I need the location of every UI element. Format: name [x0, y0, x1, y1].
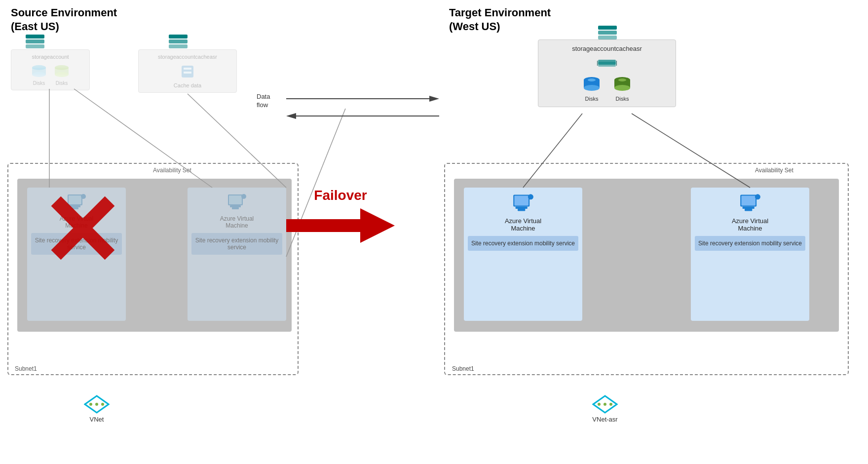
cache-data-label: Cache data	[174, 82, 201, 88]
svg-point-47	[604, 403, 606, 406]
target-storage-icon	[597, 56, 617, 71]
svg-point-34	[101, 403, 104, 406]
svg-point-20	[618, 78, 626, 81]
source-disks-row: Disks Disks	[30, 63, 71, 86]
source-vnet-icon	[84, 395, 110, 414]
target-vm1-icon	[512, 193, 534, 214]
source-storage1-icon	[25, 34, 45, 50]
source-storage-cache: storageaccountcacheasr Cache data	[138, 49, 237, 93]
svg-rect-8	[184, 72, 191, 74]
target-title-line2: (West US)	[449, 20, 551, 34]
svg-point-19	[614, 85, 630, 91]
svg-marker-52	[286, 113, 296, 119]
svg-point-48	[609, 403, 612, 406]
failover-arrow	[286, 208, 395, 243]
svg-rect-10	[598, 62, 616, 67]
source-title-line1: Source Environment	[11, 6, 117, 20]
svg-point-15	[584, 85, 600, 91]
target-title-line1: Target Environment	[449, 6, 551, 20]
source-storage2-icon	[168, 34, 189, 50]
target-disk1-label: Disks	[585, 96, 599, 102]
svg-rect-63	[26, 44, 44, 48]
target-vnet-icon	[592, 395, 618, 414]
svg-rect-66	[169, 39, 188, 43]
svg-rect-62	[26, 39, 44, 43]
svg-rect-70	[598, 36, 617, 39]
svg-point-39	[528, 194, 533, 199]
target-vm1-name: Azure VirtualMachine	[505, 217, 541, 232]
disk1-icon	[30, 63, 48, 80]
svg-point-44	[755, 194, 760, 199]
disk1-label: Disks	[33, 80, 45, 86]
target-storage-main-icon	[597, 25, 618, 41]
svg-rect-29	[232, 207, 239, 209]
svg-rect-65	[169, 35, 188, 39]
target-vm2: Azure VirtualMachine Site recovery exten…	[691, 188, 809, 321]
svg-rect-42	[743, 207, 755, 209]
source-availability-label: Availability Set	[153, 167, 191, 174]
source-storage1-icon-container	[25, 34, 45, 52]
svg-point-30	[241, 194, 246, 199]
target-vm2-name: Azure VirtualMachine	[732, 217, 768, 232]
cache-icon	[179, 63, 196, 80]
source-vm2-mobility: Site recovery extension mobility service	[191, 233, 282, 255]
source-vm2-icon	[227, 193, 247, 212]
svg-rect-28	[230, 205, 241, 207]
target-vm1: Azure VirtualMachine Site recovery exten…	[464, 188, 582, 321]
svg-rect-67	[169, 44, 188, 48]
source-failure-x: ✕	[39, 183, 122, 281]
source-disk2: Disks	[53, 63, 71, 86]
svg-rect-36	[514, 196, 528, 206]
svg-rect-61	[26, 35, 44, 39]
source-subnet-label: Subnet1	[15, 365, 37, 372]
svg-rect-27	[229, 195, 242, 204]
svg-point-33	[95, 403, 98, 406]
target-subnet-label: Subnet1	[452, 365, 474, 372]
svg-rect-7	[184, 68, 191, 70]
svg-rect-38	[518, 209, 525, 211]
target-availability-label: Availability Set	[755, 167, 793, 174]
target-vm2-mobility: Site recovery extension mobility service	[695, 236, 805, 251]
svg-marker-54	[360, 208, 395, 243]
target-storage-icon-container	[597, 25, 618, 43]
target-disks-row: Disks Disks	[581, 74, 633, 102]
source-storage2-icon-container	[168, 34, 189, 52]
target-vnet-footer: VNet-asr	[592, 395, 618, 423]
svg-rect-53	[286, 219, 365, 232]
target-disk1: Disks	[581, 74, 602, 102]
svg-rect-43	[745, 209, 752, 211]
disk2-icon	[53, 63, 71, 80]
dataflow-arrows	[286, 89, 444, 128]
svg-rect-37	[516, 207, 528, 209]
target-vm1-mobility: Site recovery extension mobility service	[468, 236, 578, 251]
source-disk1: Disks	[30, 63, 48, 86]
source-storage-account: storageaccount Disks Disks	[11, 49, 90, 90]
svg-point-32	[89, 403, 92, 406]
target-disk2-label: Disks	[616, 96, 629, 102]
source-env-title: Source Environment (East US)	[11, 6, 117, 33]
svg-rect-68	[598, 26, 617, 30]
svg-rect-69	[598, 31, 617, 35]
diagram-container: Source Environment (East US) Target Envi…	[0, 0, 868, 464]
source-cache-label: storageaccountcacheasr	[158, 54, 217, 60]
target-vnet-label: VNet-asr	[592, 416, 617, 423]
source-vm2: Azure VirtualMachine Site recovery exten…	[188, 188, 286, 321]
disk2-label: Disks	[56, 80, 68, 86]
svg-rect-41	[741, 196, 755, 206]
svg-marker-50	[429, 96, 439, 102]
source-vm2-name: Azure VirtualMachine	[220, 215, 254, 229]
svg-point-2	[32, 72, 46, 77]
data-flow-section: Dataflow	[286, 89, 444, 128]
svg-point-16	[588, 78, 596, 81]
target-disk1-icon	[581, 74, 602, 95]
target-disk2-icon	[612, 74, 633, 95]
svg-point-5	[55, 72, 69, 77]
target-env-title: Target Environment (West US)	[449, 6, 551, 33]
source-vnet-footer: VNet	[84, 395, 110, 423]
target-storage-account: storageaccountcacheasr Disks	[538, 39, 676, 107]
source-title-line2: (East US)	[11, 20, 117, 34]
target-storage-label: storageaccountcacheasr	[572, 45, 642, 52]
source-storage-label: storageaccount	[32, 54, 69, 60]
failover-section: Failover	[286, 188, 395, 243]
dataflow-label: Dataflow	[257, 93, 270, 110]
